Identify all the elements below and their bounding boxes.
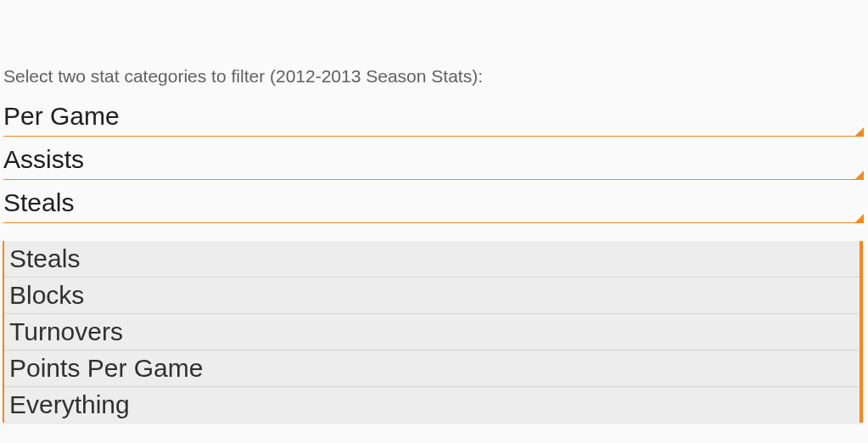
dropdown-option-turnovers[interactable]: Turnovers: [4, 314, 860, 350]
dropdown-option-points-per-game[interactable]: Points Per Game: [4, 350, 860, 387]
dropdown-option-blocks[interactable]: Blocks: [4, 278, 860, 314]
selector-2[interactable]: Assists: [3, 140, 864, 180]
dropdown-triangle-icon: [855, 214, 864, 222]
dropdown-triangle-icon: [855, 127, 864, 136]
dropdown-triangle-icon: [855, 171, 864, 179]
dropdown-panel: Steals Blocks Turnovers Points Per Game …: [3, 241, 863, 423]
selector-3[interactable]: Steals: [3, 183, 864, 223]
dropdown-option-steals[interactable]: Steals: [4, 241, 860, 278]
selector-2-value: Assists: [3, 145, 84, 173]
selector-1[interactable]: Per Game: [3, 97, 864, 137]
selector-3-value: Steals: [3, 188, 74, 216]
instruction-label: Select two stat categories to filter (20…: [3, 66, 864, 87]
dropdown-option-everything[interactable]: Everything: [4, 387, 860, 423]
selector-1-value: Per Game: [3, 102, 120, 130]
main-content: Select two stat categories to filter (20…: [0, 0, 868, 223]
